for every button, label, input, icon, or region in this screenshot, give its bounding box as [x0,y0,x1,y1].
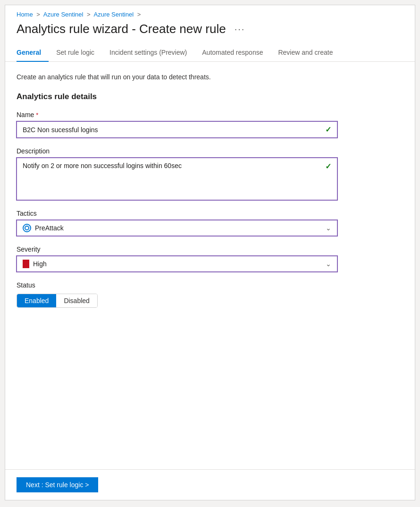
page-description: Create an analytics rule that will run o… [17,73,403,81]
page-header: Analytics rule wizard - Create new rule … [5,20,415,44]
severity-icon [23,260,29,268]
status-toggle-group: Enabled Disabled [17,294,98,308]
tab-set-rule-logic[interactable]: Set rule logic [49,44,102,62]
breadcrumb-azure-sentinel-2[interactable]: Azure Sentinel [94,11,134,18]
tactics-select-left: PreAttack [23,224,64,232]
name-input-value: B2C Non sucessful logins [23,126,98,134]
ellipsis-button[interactable]: ··· [232,23,248,35]
name-label: Name * [17,111,403,118]
footer: Next : Set rule logic > [5,469,415,500]
name-field-group: Name * B2C Non sucessful logins ✓ [17,111,403,138]
name-input[interactable]: B2C Non sucessful logins ✓ [17,121,337,138]
breadcrumb-sep-1: > [36,11,40,18]
description-input[interactable]: Notify on 2 or more non successful login… [17,158,337,200]
tactics-label: Tactics [17,210,403,217]
severity-chevron-icon: ⌄ [326,260,331,268]
status-disabled-button[interactable]: Disabled [56,294,97,307]
tab-bar: General Set rule logic Incident settings… [5,44,415,62]
status-label-text: Status [17,281,35,289]
tab-general[interactable]: General [17,44,49,62]
main-window: Home > Azure Sentinel > Azure Sentinel >… [5,5,415,500]
content-area: Create an analytics rule that will run o… [5,62,415,469]
severity-label-text: Severity [17,245,41,253]
severity-select-left: High [23,260,47,268]
status-label: Status [17,281,403,289]
name-required-star: * [36,111,38,118]
tab-incident-settings[interactable]: Incident settings (Preview) [102,44,194,62]
name-valid-icon: ✓ [325,125,331,134]
severity-value: High [33,260,47,268]
breadcrumb: Home > Azure Sentinel > Azure Sentinel > [5,5,415,20]
tactics-label-text: Tactics [17,210,37,217]
status-field-group: Status Enabled Disabled [17,281,403,308]
tactics-select[interactable]: PreAttack ⌄ [17,220,337,236]
severity-label: Severity [17,245,403,253]
name-label-text: Name [17,111,34,118]
breadcrumb-sep-2: > [87,11,91,18]
page-title: Analytics rule wizard - Create new rule [17,22,226,36]
description-label-text: Description [17,147,50,155]
tab-review-create[interactable]: Review and create [270,44,340,62]
severity-select[interactable]: High ⌄ [17,256,337,272]
tactics-chevron-icon: ⌄ [326,224,331,232]
section-title: Analytics rule details [17,92,403,101]
description-valid-icon: ✓ [325,162,331,171]
tab-automated-response[interactable]: Automated response [194,44,270,62]
breadcrumb-home[interactable]: Home [17,11,33,18]
description-label: Description [17,147,403,155]
status-enabled-button[interactable]: Enabled [17,294,56,307]
breadcrumb-sep-3: > [137,11,141,18]
severity-field-group: Severity High ⌄ [17,245,403,272]
description-input-value: Notify on 2 or more non successful login… [23,162,182,169]
description-field-group: Description Notify on 2 or more non succ… [17,147,403,200]
breadcrumb-azure-sentinel-1[interactable]: Azure Sentinel [43,11,84,18]
next-button[interactable]: Next : Set rule logic > [17,477,98,492]
tactics-field-group: Tactics PreAttack ⌄ [17,210,403,236]
tactics-value: PreAttack [35,224,64,232]
tactics-icon [23,224,31,232]
